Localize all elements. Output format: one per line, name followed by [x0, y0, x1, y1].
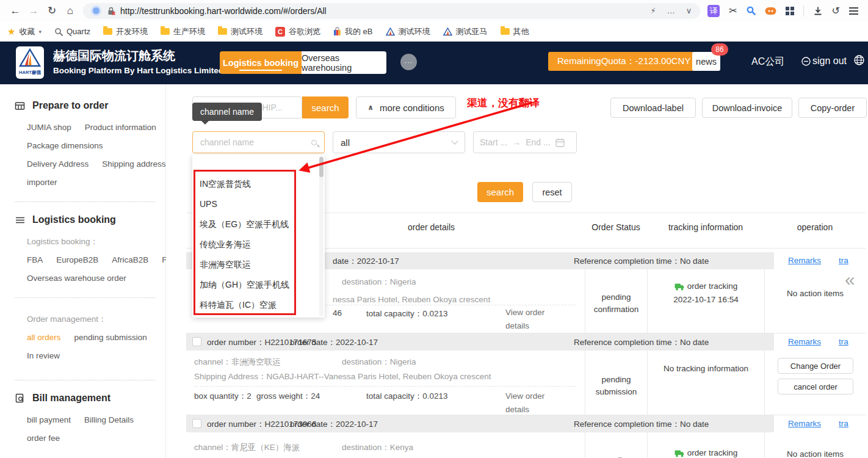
channel-option[interactable]: 埃及（EG）空派手机线 [192, 214, 325, 234]
bookmark-favorites[interactable]: ★ 收藏 ▾ [7, 26, 42, 37]
remarks-link[interactable]: Remarks [788, 256, 821, 265]
more-options-icon[interactable]: … [667, 6, 675, 15]
sidebar-item-bill-payment[interactable]: bill payment [27, 415, 71, 424]
tracking-link[interactable]: tra [839, 419, 848, 428]
row-checkbox[interactable] [192, 419, 201, 428]
bookmark-hart-amazon[interactable]: 测试亚马 [443, 26, 488, 37]
operation-cell: No action items [764, 432, 866, 458]
bookmark-label: 我的 eB [345, 26, 373, 37]
lightning-icon[interactable]: ⚡ [651, 6, 656, 15]
remarks-link[interactable]: Remarks [788, 337, 821, 346]
download-icon[interactable] [813, 6, 823, 16]
language-globe-icon[interactable] [853, 54, 865, 68]
dropdown-scrollbar-track[interactable] [319, 156, 324, 316]
sidebar-item-pending-submission[interactable]: pending submission [74, 333, 147, 342]
search-icon [311, 140, 317, 145]
channel-option[interactable]: 非洲海空联运 [192, 255, 325, 275]
download-label-button[interactable]: Download-label [610, 98, 696, 118]
channel-option[interactable]: 科特迪瓦（IC）空派 [192, 295, 325, 315]
back-icon[interactable]: ← [6, 5, 24, 17]
news-count-badge: 86 [711, 43, 728, 56]
sidebar-item-order-fee[interactable]: order fee [27, 434, 60, 443]
order-tracking-link[interactable]: order tracking [648, 280, 764, 293]
view-order-details-link[interactable]: View order details [505, 306, 557, 333]
channel-name-input[interactable]: channel name [192, 131, 325, 153]
tracking-link[interactable]: tra [839, 256, 848, 265]
hart-logo-icon [19, 48, 41, 67]
sidebar-item-package-dimensions[interactable]: Package dimensions [27, 141, 103, 150]
home-icon[interactable]: ⌂ [61, 5, 79, 17]
star-icon: ★ [7, 26, 15, 37]
sidebar-item-billing-details[interactable]: Billing Details [84, 415, 134, 424]
sidebar-item-delivery-address[interactable]: Delivery Address [27, 159, 89, 169]
sidebar-item-product-information[interactable]: Product information [85, 123, 156, 132]
channel-option[interactable]: 加纳（GH）空派手机线 [192, 275, 325, 295]
game-extension-icon[interactable] [765, 6, 776, 15]
remaining-quota-button[interactable]: RemainingQuota：-2123.00CNY [548, 52, 700, 71]
bookmark-folder-test[interactable]: 测试环境 [218, 26, 262, 37]
collapse-caret-icon[interactable]: ∨ [686, 6, 692, 15]
sidebar-item-shipping-address[interactable]: Shipping address [102, 159, 165, 169]
sidebar-item-importer[interactable]: importer [27, 178, 57, 187]
more-conditions-button[interactable]: ∧ more conditions [356, 96, 456, 118]
cancel-order-button[interactable]: cancel order [778, 379, 853, 394]
sidebar-section-bill: Bill management [15, 393, 156, 404]
bookmark-hart-test[interactable]: 测试环境 [386, 26, 430, 37]
browser-menu-icon[interactable] [849, 7, 858, 15]
channel-option[interactable]: UPS [192, 194, 325, 214]
tab-overseas-warehousing[interactable]: Overseas warehousing [302, 51, 386, 74]
refresh-icon[interactable]: ↻ [43, 4, 61, 17]
sidebar-item-europeb2b[interactable]: EuropeB2B [56, 255, 98, 264]
bookmark-quartz[interactable]: Quartz [54, 27, 90, 36]
address-bar[interactable]: http://testtrunkbooking.hart-worldwide.c… [83, 3, 700, 19]
collapse-panel-icon[interactable]: « [845, 269, 855, 290]
change-order-button[interactable]: Change Order [778, 358, 853, 374]
panel-reset-button[interactable]: reset [532, 182, 572, 202]
top-search-button[interactable]: search [302, 96, 349, 118]
insecure-lock-icon[interactable] [107, 6, 115, 15]
sidebar-item-fba[interactable]: FBA [27, 255, 43, 264]
company-name[interactable]: AC公司 [751, 56, 784, 68]
undo-icon[interactable]: ↺ [832, 5, 840, 16]
sidebar-item-all-orders[interactable]: all orders [27, 333, 61, 342]
forward-icon[interactable]: → [24, 5, 43, 17]
bookmark-folder-dev[interactable]: 开发环境 [103, 26, 148, 37]
download-invoice-button[interactable]: Download-invoice [702, 98, 792, 118]
col-order-status: Order Status [585, 213, 647, 248]
total-capacity: total capacity：0.0213 [366, 308, 448, 319]
bookmark-ebay[interactable]: 我的 eB [333, 26, 373, 37]
browser-toolbar: ← → ↻ ⌂ http://testtrunkbooking.hart-wor… [0, 0, 868, 21]
tab-logistics-booking[interactable]: Logistics booking [220, 51, 302, 74]
remarks-link[interactable]: Remarks [788, 419, 821, 428]
section-title: Prepare to order [32, 100, 108, 111]
row-checkbox[interactable] [192, 337, 201, 346]
view-order-details-link[interactable]: View order details [505, 390, 557, 416]
sidebar-item-jumia-shop[interactable]: JUMIA shop [27, 123, 71, 132]
date-end-placeholder: End ... [526, 137, 550, 147]
sidebar-item-africab2b[interactable]: AfricaB2B [112, 255, 148, 264]
dropdown-scrollbar-thumb[interactable] [319, 157, 324, 177]
search-extension-icon[interactable] [747, 6, 756, 15]
copy-order-button[interactable]: Copy-order [798, 98, 867, 118]
scissors-extension-icon[interactable]: ✂ [729, 5, 737, 16]
order-tracking-link[interactable]: order tracking [648, 447, 764, 458]
sidebar-item-overseas-warehouse-order[interactable]: Overseas warehouse order [27, 274, 126, 283]
gross-weight: 46 [333, 308, 342, 318]
channel-option[interactable]: IN空派普货线 [192, 174, 325, 194]
media-indicator-icon [93, 7, 99, 14]
apps-grid-icon[interactable] [786, 7, 794, 15]
sidebar-item-in-review[interactable]: In review [27, 351, 60, 360]
bookmark-folder-other[interactable]: 其他 [501, 26, 529, 37]
bookmark-folder-prod[interactable]: 生产环境 [161, 26, 205, 37]
bookmark-chrome[interactable]: C 谷歌浏览 [275, 26, 320, 37]
divider [15, 202, 156, 202]
channel-option[interactable]: 传统业务海运 [192, 234, 325, 255]
translate-extension-icon[interactable]: 译 [707, 5, 720, 17]
tracking-link[interactable]: tra [839, 337, 848, 346]
panel-search-button[interactable]: search [477, 182, 523, 202]
sign-out-button[interactable]: sign out [801, 56, 847, 67]
date-range-picker[interactable]: Start ... → End ... [473, 131, 577, 153]
status-select[interactable]: all [333, 131, 465, 153]
col-operation: operation [764, 213, 866, 248]
more-menu-icon[interactable]: ··· [400, 54, 417, 70]
